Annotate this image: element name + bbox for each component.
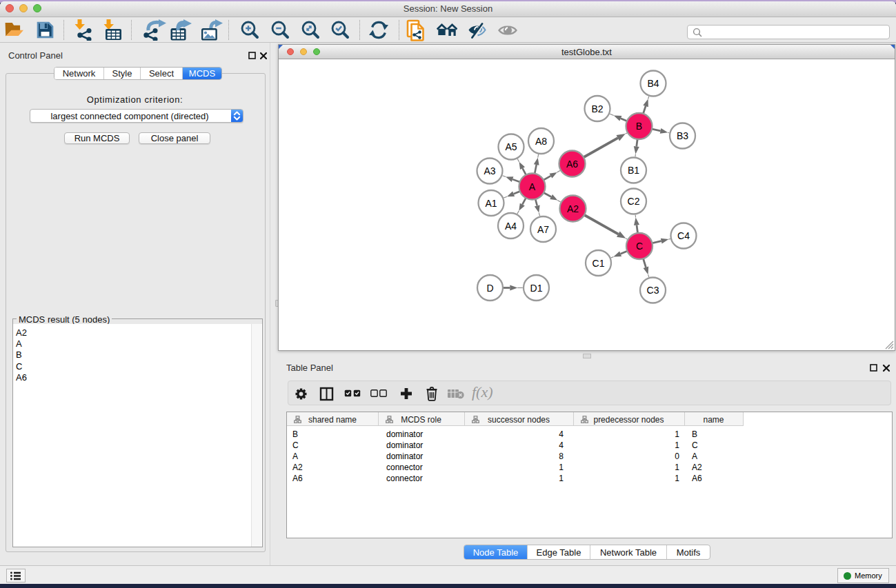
svg-text:A8: A8 xyxy=(535,136,547,147)
svg-text:D1: D1 xyxy=(530,283,543,294)
svg-text:C: C xyxy=(636,241,643,252)
svg-text:A2: A2 xyxy=(567,203,579,214)
svg-text:A7: A7 xyxy=(537,224,549,235)
svg-text:A3: A3 xyxy=(484,165,495,176)
svg-text:A6: A6 xyxy=(566,159,578,170)
svg-text:B: B xyxy=(636,121,642,132)
svg-text:B4: B4 xyxy=(647,78,659,89)
svg-text:C3: C3 xyxy=(647,285,659,296)
svg-text:A: A xyxy=(529,181,536,192)
svg-text:D: D xyxy=(486,283,493,294)
svg-text:B2: B2 xyxy=(591,103,603,114)
svg-text:C1: C1 xyxy=(593,258,605,269)
svg-text:A1: A1 xyxy=(485,198,497,209)
svg-text:A5: A5 xyxy=(505,141,517,152)
svg-text:B1: B1 xyxy=(628,165,639,176)
svg-text:A4: A4 xyxy=(505,221,517,232)
svg-text:C2: C2 xyxy=(628,196,640,207)
svg-text:B3: B3 xyxy=(677,130,688,141)
svg-text:C4: C4 xyxy=(677,230,690,241)
